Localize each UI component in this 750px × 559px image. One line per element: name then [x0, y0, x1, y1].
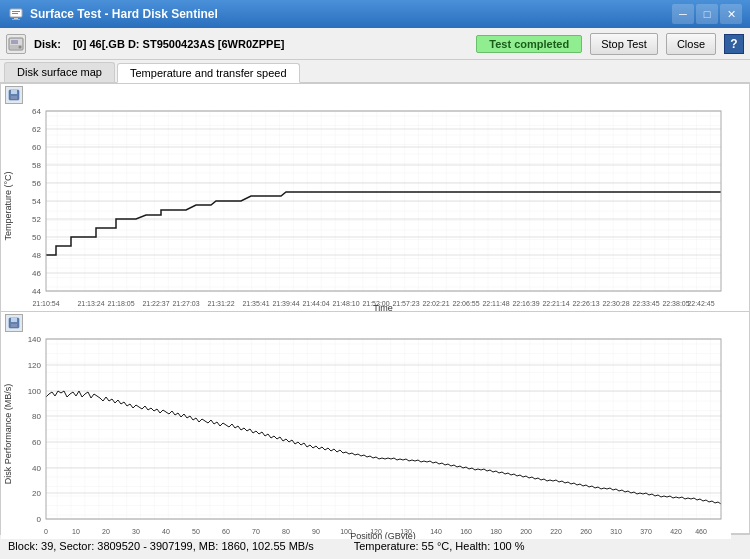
disk-icon [6, 34, 26, 54]
svg-text:22:30:28: 22:30:28 [602, 300, 629, 307]
maximize-button[interactable]: □ [696, 4, 718, 24]
svg-text:54: 54 [32, 197, 41, 206]
svg-text:70: 70 [252, 528, 260, 535]
title-bar-left: Surface Test - Hard Disk Sentinel [8, 6, 218, 22]
svg-text:21:10:54: 21:10:54 [32, 300, 59, 307]
temp-chart-header [1, 84, 749, 106]
svg-text:60: 60 [32, 143, 41, 152]
svg-text:220: 220 [550, 528, 562, 535]
performance-chart: 140 120 100 80 60 40 20 [1, 334, 749, 539]
svg-text:22:38:05: 22:38:05 [662, 300, 689, 307]
tab-temperature-transfer[interactable]: Temperature and transfer speed [117, 63, 300, 83]
temp-save-icon[interactable] [5, 86, 23, 104]
performance-chart-panel: 140 120 100 80 60 40 20 [1, 312, 749, 539]
svg-text:48: 48 [32, 251, 41, 260]
window-title: Surface Test - Hard Disk Sentinel [30, 7, 218, 21]
svg-text:56: 56 [32, 179, 41, 188]
svg-text:21:39:44: 21:39:44 [272, 300, 299, 307]
svg-text:Time: Time [373, 303, 393, 311]
svg-text:21:48:10: 21:48:10 [332, 300, 359, 307]
svg-text:80: 80 [32, 412, 41, 421]
svg-rect-2 [12, 13, 18, 14]
svg-rect-4 [12, 19, 20, 20]
svg-text:Disk Performance (MB/s): Disk Performance (MB/s) [3, 384, 13, 485]
main-content: 64 62 60 58 56 54 52 [0, 83, 750, 534]
svg-text:22:42:45: 22:42:45 [687, 300, 714, 307]
svg-text:310: 310 [610, 528, 622, 535]
svg-rect-1 [12, 11, 20, 12]
svg-text:460: 460 [695, 528, 707, 535]
svg-text:21:18:05: 21:18:05 [107, 300, 134, 307]
svg-rect-64 [11, 324, 17, 327]
svg-text:200: 200 [520, 528, 532, 535]
svg-text:260: 260 [580, 528, 592, 535]
svg-text:30: 30 [132, 528, 140, 535]
svg-text:100: 100 [28, 387, 42, 396]
svg-text:44: 44 [32, 287, 41, 296]
disk-label: Disk: [34, 38, 61, 50]
toolbar: Disk: [0] 46[.GB D: ST9500423AS [6WR0ZPP… [0, 28, 750, 60]
svg-text:160: 160 [460, 528, 472, 535]
svg-text:140: 140 [28, 335, 42, 344]
svg-text:420: 420 [670, 528, 682, 535]
close-window-button[interactable]: ✕ [720, 4, 742, 24]
svg-text:20: 20 [32, 489, 41, 498]
svg-text:21:57:23: 21:57:23 [392, 300, 419, 307]
disk-name: [0] 46[.GB D: ST9500423AS [6WR0ZPPE] [73, 38, 285, 50]
stop-test-button[interactable]: Stop Test [590, 33, 658, 55]
svg-text:58: 58 [32, 161, 41, 170]
status-right: Temperature: 55 °C, Health: 100 % [354, 540, 525, 552]
svg-text:52: 52 [32, 215, 41, 224]
svg-rect-8 [11, 40, 18, 44]
svg-text:22:16:39: 22:16:39 [512, 300, 539, 307]
svg-text:60: 60 [222, 528, 230, 535]
svg-text:10: 10 [72, 528, 80, 535]
perf-chart-header [1, 312, 749, 334]
svg-text:120: 120 [28, 361, 42, 370]
svg-rect-11 [11, 96, 17, 99]
svg-text:46: 46 [32, 269, 41, 278]
svg-text:60: 60 [32, 438, 41, 447]
svg-text:22:26:13: 22:26:13 [572, 300, 599, 307]
svg-text:21:13:24: 21:13:24 [77, 300, 104, 307]
svg-point-7 [19, 45, 22, 48]
svg-text:90: 90 [312, 528, 320, 535]
temperature-chart-panel: 64 62 60 58 56 54 52 [1, 84, 749, 312]
svg-text:21:22:37: 21:22:37 [142, 300, 169, 307]
svg-rect-10 [11, 90, 17, 94]
svg-text:20: 20 [102, 528, 110, 535]
svg-text:64: 64 [32, 107, 41, 116]
svg-text:80: 80 [282, 528, 290, 535]
svg-text:50: 50 [192, 528, 200, 535]
svg-text:370: 370 [640, 528, 652, 535]
svg-text:180: 180 [490, 528, 502, 535]
svg-rect-63 [11, 318, 17, 322]
title-bar: Surface Test - Hard Disk Sentinel ─ □ ✕ [0, 0, 750, 28]
svg-text:22:21:14: 22:21:14 [542, 300, 569, 307]
status-left: Block: 39, Sector: 3809520 - 3907199, MB… [8, 540, 314, 552]
perf-save-icon[interactable] [5, 314, 23, 332]
svg-text:21:27:03: 21:27:03 [172, 300, 199, 307]
status-badge: Test completed [476, 35, 582, 53]
help-icon[interactable]: ? [724, 34, 744, 54]
svg-text:0: 0 [44, 528, 48, 535]
svg-text:21:31:22: 21:31:22 [207, 300, 234, 307]
svg-text:22:06:55: 22:06:55 [452, 300, 479, 307]
svg-rect-66 [46, 339, 721, 519]
minimize-button[interactable]: ─ [672, 4, 694, 24]
svg-text:62: 62 [32, 125, 41, 134]
svg-text:Temperature (°C): Temperature (°C) [3, 171, 13, 240]
app-icon [8, 6, 24, 22]
svg-text:22:02:21: 22:02:21 [422, 300, 449, 307]
title-controls: ─ □ ✕ [672, 4, 742, 24]
svg-text:40: 40 [162, 528, 170, 535]
svg-text:21:44:04: 21:44:04 [302, 300, 329, 307]
tab-disk-surface-map[interactable]: Disk surface map [4, 62, 115, 82]
svg-text:50: 50 [32, 233, 41, 242]
close-button[interactable]: Close [666, 33, 716, 55]
svg-text:22:11:48: 22:11:48 [482, 300, 509, 307]
svg-text:0: 0 [37, 515, 42, 524]
tabs-bar: Disk surface map Temperature and transfe… [0, 60, 750, 83]
temperature-chart: 64 62 60 58 56 54 52 [1, 106, 749, 311]
svg-text:21:35:41: 21:35:41 [242, 300, 269, 307]
